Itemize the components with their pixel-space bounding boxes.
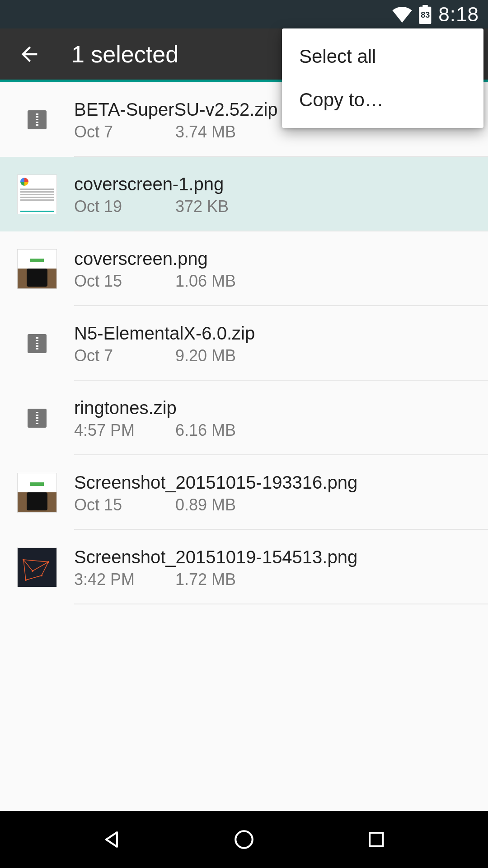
file-size: 1.72 MB bbox=[175, 570, 236, 589]
file-thumbnail bbox=[17, 324, 57, 363]
file-size: 9.20 MB bbox=[175, 346, 236, 365]
svg-point-1 bbox=[47, 561, 49, 563]
file-thumbnail bbox=[17, 249, 57, 289]
svg-point-5 bbox=[235, 831, 253, 848]
selection-count-title: 1 selected bbox=[71, 41, 178, 68]
file-row[interactable]: N5-ElementalX-6.0.zipOct 79.20 MB bbox=[0, 306, 488, 381]
file-name: Screenshot_20151019-154513.png bbox=[74, 547, 488, 567]
file-thumbnail bbox=[17, 398, 57, 438]
nav-recents-button[interactable] bbox=[364, 827, 389, 852]
svg-rect-6 bbox=[370, 833, 383, 846]
file-size: 1.06 MB bbox=[175, 272, 236, 291]
file-size: 3.74 MB bbox=[175, 123, 236, 142]
battery-percent: 83 bbox=[421, 10, 430, 19]
file-date: Oct 7 bbox=[74, 123, 175, 142]
status-clock: 8:18 bbox=[438, 3, 479, 26]
overflow-menu: Select all Copy to… bbox=[282, 28, 483, 128]
image-thumbnail bbox=[17, 249, 57, 289]
navigation-bar bbox=[0, 811, 488, 868]
file-size: 6.16 MB bbox=[175, 421, 236, 440]
nav-back-button[interactable] bbox=[99, 827, 124, 852]
menu-item-select-all[interactable]: Select all bbox=[282, 35, 483, 78]
file-name: ringtones.zip bbox=[74, 398, 488, 418]
file-date: Oct 19 bbox=[74, 197, 175, 216]
file-thumbnail bbox=[17, 473, 57, 513]
status-bar: 83 8:18 bbox=[0, 0, 488, 28]
file-row[interactable]: Screenshot_20151015-193316.pngOct 150.89… bbox=[0, 455, 488, 530]
file-name: N5-ElementalX-6.0.zip bbox=[74, 323, 488, 344]
file-row[interactable]: coverscreen.pngOct 151.06 MB bbox=[0, 231, 488, 306]
file-size: 372 KB bbox=[175, 197, 229, 216]
archive-icon bbox=[28, 110, 47, 129]
file-date: 4:57 PM bbox=[74, 421, 175, 440]
image-thumbnail bbox=[17, 473, 57, 513]
svg-point-2 bbox=[41, 575, 42, 576]
file-name: coverscreen.png bbox=[74, 249, 488, 269]
file-name: coverscreen-1.png bbox=[74, 174, 488, 194]
file-date: Oct 15 bbox=[74, 272, 175, 291]
file-size: 0.89 MB bbox=[175, 495, 236, 514]
file-row[interactable]: ringtones.zip4:57 PM6.16 MB bbox=[0, 381, 488, 455]
svg-point-4 bbox=[32, 570, 33, 572]
file-date: 3:42 PM bbox=[74, 570, 175, 589]
file-thumbnail bbox=[17, 175, 57, 214]
file-name: Screenshot_20151015-193316.png bbox=[74, 472, 488, 493]
battery-icon: 83 bbox=[418, 5, 432, 24]
image-thumbnail bbox=[17, 547, 57, 587]
file-date: Oct 7 bbox=[74, 346, 175, 365]
image-thumbnail bbox=[17, 175, 57, 214]
nav-home-button[interactable] bbox=[231, 827, 257, 852]
archive-icon bbox=[28, 334, 47, 353]
menu-item-copy-to[interactable]: Copy to… bbox=[282, 78, 483, 122]
file-row[interactable]: coverscreen-1.pngOct 19372 KB bbox=[0, 157, 488, 231]
file-thumbnail bbox=[17, 547, 57, 587]
svg-point-0 bbox=[23, 559, 24, 561]
svg-point-3 bbox=[25, 579, 27, 581]
file-row[interactable]: Screenshot_20151019-154513.png3:42 PM1.7… bbox=[0, 530, 488, 604]
file-date: Oct 15 bbox=[74, 495, 175, 514]
archive-icon bbox=[28, 409, 47, 428]
back-button[interactable] bbox=[14, 38, 45, 70]
file-thumbnail bbox=[17, 100, 57, 140]
file-list[interactable]: BETA-SuperSU-v2.52.zipOct 73.74 MBcovers… bbox=[0, 82, 488, 811]
row-divider bbox=[74, 604, 488, 604]
wifi-icon bbox=[392, 6, 412, 23]
